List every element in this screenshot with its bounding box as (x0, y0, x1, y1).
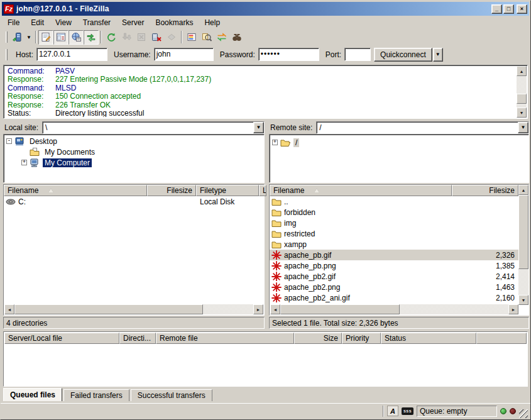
toggle-remote-tree-button[interactable] (68, 30, 84, 45)
tree-item-my-documents[interactable]: My Documents (6, 146, 264, 157)
file-row[interactable]: apache_pb2.gif2,414 (270, 271, 518, 282)
file-row-parent[interactable]: .. (270, 196, 518, 207)
column-header-filename[interactable]: Filename (4, 185, 147, 196)
refresh-button[interactable] (104, 30, 119, 45)
menu-transfer[interactable]: Transfer (77, 17, 116, 28)
speed-limits-icon[interactable]: sss (402, 407, 413, 415)
column-header-lastmodified[interactable]: L (259, 185, 266, 196)
title-bar[interactable]: Fz john@127.0.0.1 - FileZilla _ □ × (2, 2, 529, 16)
remote-horizontal-scrollbar[interactable]: ◄ ► (270, 304, 518, 314)
scrollbar-track[interactable] (517, 76, 527, 108)
remote-file-list[interactable]: Filename Filesize .. forbidden img restr… (269, 184, 529, 316)
password-input[interactable]: •••••• (258, 48, 319, 61)
scroll-right-button[interactable]: ► (508, 304, 518, 314)
site-manager-dropdown-button[interactable]: ▼ (25, 30, 33, 45)
scrollbar-track[interactable] (14, 304, 253, 314)
username-input[interactable]: john (154, 48, 214, 61)
folder-row[interactable]: img (270, 218, 518, 228)
column-header-filename[interactable]: Filename (270, 185, 452, 196)
file-row-c-drive[interactable]: C: Local Disk (4, 196, 264, 207)
close-button[interactable]: × (517, 4, 527, 14)
menu-file[interactable]: File (2, 17, 25, 28)
column-header-size[interactable]: Size (294, 333, 342, 344)
file-row[interactable]: apache_pb2.png1,463 (270, 282, 518, 292)
status-bar: A sss Queue: empty (1, 403, 530, 418)
transfer-queue[interactable]: Server/Local file Directi... Remote file… (3, 331, 528, 387)
directory-filters-button[interactable] (184, 30, 199, 45)
message-log[interactable]: Command:PASV Response:227 Entering Passi… (3, 65, 528, 119)
resize-grip[interactable] (519, 409, 528, 418)
local-tree[interactable]: - Desktop My Documents + My Computer (3, 134, 265, 183)
file-row-selected[interactable]: apache_pb.gif2,326 (270, 250, 518, 260)
toggle-message-log-button[interactable] (38, 30, 53, 45)
column-header-remote-file[interactable]: Remote file (156, 333, 294, 344)
local-site-label: Local site: (3, 123, 42, 132)
column-header-status[interactable]: Status (381, 333, 476, 344)
scroll-up-button[interactable]: ▲ (518, 185, 528, 195)
toggle-local-tree-button[interactable] (53, 30, 68, 45)
menu-view[interactable]: View (50, 17, 77, 28)
tree-item-my-computer[interactable]: + My Computer (6, 157, 264, 168)
column-header-direction[interactable]: Directi... (119, 333, 156, 344)
tab-failed-transfers[interactable]: Failed transfers (63, 389, 129, 401)
scroll-up-button[interactable]: ▲ (517, 66, 527, 76)
local-file-list[interactable]: Filename Filesize Filetype L C: Local Di… (3, 184, 265, 316)
log-scrollbar[interactable]: ▲ ▼ (517, 66, 527, 118)
directory-comparison-button[interactable] (199, 30, 214, 45)
tab-successful-transfers[interactable]: Successful transfers (131, 389, 212, 401)
tab-queued-files[interactable]: Queued files (3, 388, 62, 401)
folder-row[interactable]: forbidden (270, 207, 518, 218)
scrollbar-thumb[interactable] (517, 94, 527, 104)
collapse-icon[interactable]: - (6, 138, 12, 144)
scrollbar-thumb[interactable] (280, 304, 400, 314)
expand-icon[interactable]: + (21, 160, 27, 165)
file-row[interactable]: apache_pb.png1,385 (270, 260, 518, 271)
remote-site-combobox[interactable]: / ▼ (316, 121, 529, 134)
quickconnect-grip[interactable] (6, 49, 8, 60)
scrollbar-track[interactable] (518, 195, 528, 295)
quickconnect-button[interactable]: Quickconnect (374, 48, 432, 62)
activity-led-green (500, 408, 506, 414)
scrollbar-thumb[interactable] (518, 195, 528, 269)
column-header-priority[interactable]: Priority (342, 333, 381, 344)
maximize-button[interactable]: □ (503, 4, 514, 14)
scroll-left-button[interactable]: ◄ (270, 304, 280, 314)
column-header-server-local-file[interactable]: Server/Local file (4, 333, 119, 344)
quickconnect-dropdown-button[interactable]: ▼ (433, 48, 443, 62)
menu-help[interactable]: Help (199, 17, 226, 28)
transfer-type-indicator-icon[interactable]: A (387, 406, 398, 416)
scroll-right-button[interactable]: ► (253, 304, 263, 314)
host-input[interactable]: 127.0.0.1 (36, 48, 107, 61)
site-manager-button[interactable] (9, 30, 25, 45)
synchronized-browsing-button[interactable] (214, 30, 229, 45)
scrollbar-thumb[interactable] (14, 304, 203, 314)
local-site-dropdown[interactable]: ▼ (253, 122, 264, 133)
scroll-down-button[interactable]: ▼ (518, 295, 528, 305)
remote-tree[interactable]: + / (269, 134, 529, 183)
tree-item-desktop[interactable]: - Desktop (6, 136, 264, 146)
column-header-filetype[interactable]: Filetype (196, 185, 259, 196)
find-files-button[interactable] (229, 30, 244, 45)
scroll-down-button[interactable]: ▼ (517, 108, 527, 118)
remote-site-dropdown[interactable]: ▼ (518, 122, 528, 133)
local-site-combobox[interactable]: \ ▼ (42, 121, 265, 134)
remote-vertical-scrollbar[interactable]: ▲ ▼ (518, 185, 528, 305)
folder-row[interactable]: xampp (270, 239, 518, 250)
menu-server[interactable]: Server (116, 17, 150, 28)
expand-icon[interactable]: + (272, 140, 278, 145)
column-header-filesize[interactable]: Filesize (147, 185, 196, 196)
file-row[interactable]: apache_pb2_ani.gif2,160 (270, 292, 518, 303)
menu-bookmarks[interactable]: Bookmarks (150, 17, 199, 28)
port-input[interactable] (344, 48, 371, 61)
column-header-filesize[interactable]: Filesize (452, 185, 518, 196)
toolbar-grip[interactable] (6, 31, 8, 43)
scroll-left-button[interactable]: ◄ (4, 304, 14, 314)
local-horizontal-scrollbar[interactable]: ◄ ► (4, 304, 263, 314)
folder-row[interactable]: restricted (270, 228, 518, 239)
tree-item-root[interactable]: + / (272, 137, 528, 148)
toggle-queue-button[interactable] (84, 30, 99, 45)
scrollbar-track[interactable] (280, 304, 508, 314)
disconnect-button[interactable] (149, 30, 164, 45)
minimize-button[interactable]: _ (491, 4, 502, 14)
menu-edit[interactable]: Edit (25, 17, 50, 28)
